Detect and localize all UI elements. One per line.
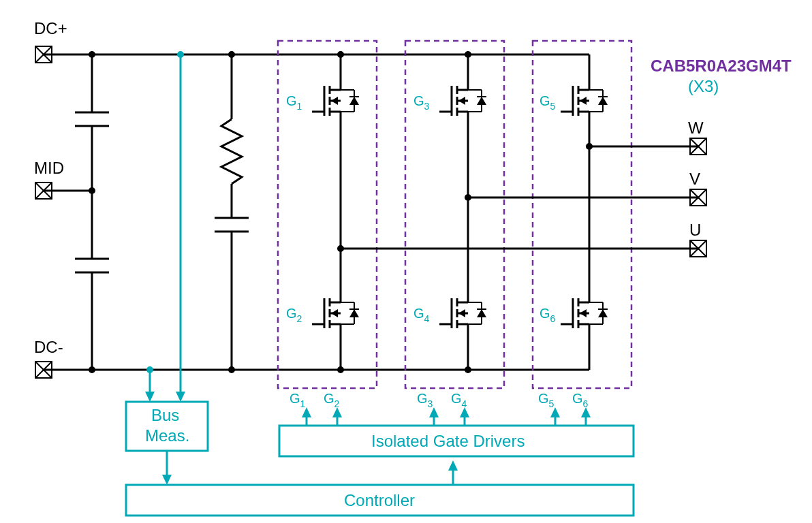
svg-text:G1: G1 xyxy=(286,93,302,112)
half-bridge-w: G5 G6 xyxy=(533,41,631,388)
bus-meas-block: Bus Meas. xyxy=(126,402,208,451)
rc-snubber xyxy=(215,51,249,373)
svg-text:G5: G5 xyxy=(538,391,555,409)
svg-point-22 xyxy=(89,366,95,373)
mid-label: MID xyxy=(34,159,64,177)
inverter-schematic: DC+ MID DC- xyxy=(0,0,812,523)
half-bridge-v: G3 G4 xyxy=(405,41,504,388)
svg-text:U: U xyxy=(689,221,701,239)
module-part-number: CAB5R0A23GM4T xyxy=(651,57,792,75)
svg-point-62 xyxy=(465,51,471,58)
phase-u-terminal: U xyxy=(689,221,706,257)
half-bridge-u: G1 G2 xyxy=(278,41,377,388)
svg-text:Controller: Controller xyxy=(344,491,415,509)
svg-point-21 xyxy=(89,51,95,58)
svg-text:G5: G5 xyxy=(540,93,556,112)
svg-text:G2: G2 xyxy=(324,391,340,409)
controller-block: Controller xyxy=(126,485,634,516)
svg-text:G2: G2 xyxy=(286,306,302,324)
dc-plus-terminal: DC+ xyxy=(34,19,67,63)
svg-point-54 xyxy=(337,366,344,373)
svg-text:G3: G3 xyxy=(413,93,430,112)
gate-drivers-block: Isolated Gate Drivers xyxy=(279,426,634,456)
svg-text:V: V xyxy=(689,170,700,188)
svg-text:G4: G4 xyxy=(451,391,467,409)
svg-text:Meas.: Meas. xyxy=(145,426,189,445)
dc-minus-terminal: DC- xyxy=(34,338,63,378)
dc-minus-label: DC- xyxy=(34,338,63,356)
svg-text:G6: G6 xyxy=(572,391,589,409)
svg-marker-93 xyxy=(145,392,155,402)
phase-w-terminal: W xyxy=(688,118,706,155)
svg-text:G3: G3 xyxy=(417,391,433,409)
svg-point-63 xyxy=(465,366,471,373)
svg-point-29 xyxy=(228,366,235,373)
svg-text:G4: G4 xyxy=(413,306,430,324)
module-qty: (X3) xyxy=(688,77,719,95)
sense-taps xyxy=(145,51,185,402)
phase-v-terminal: V xyxy=(689,170,706,206)
gate-arrows: G1 G2 G3 G4 G5 G6 xyxy=(290,391,591,426)
svg-text:G6: G6 xyxy=(540,306,556,324)
svg-text:W: W xyxy=(688,118,704,137)
dc-plus-label: DC+ xyxy=(34,19,67,37)
svg-point-53 xyxy=(337,51,344,58)
svg-marker-90 xyxy=(176,392,185,402)
svg-marker-98 xyxy=(162,475,172,485)
mid-terminal: MID xyxy=(34,159,92,199)
svg-text:Bus: Bus xyxy=(151,406,179,424)
svg-text:Isolated Gate Drivers: Isolated Gate Drivers xyxy=(371,432,525,450)
svg-text:G1: G1 xyxy=(290,391,306,409)
svg-marker-122 xyxy=(448,460,458,471)
